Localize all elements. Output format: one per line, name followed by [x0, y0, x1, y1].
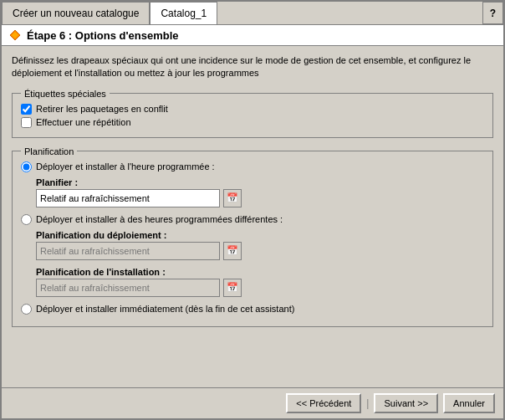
prev-button[interactable]: << Précédent [286, 393, 361, 413]
next-label: Suivant >> [384, 398, 428, 408]
radio-immediate[interactable] [21, 304, 32, 315]
radio2-label: Déployer et installer à des heures progr… [36, 214, 283, 224]
step-header: Étape 6 : Options d'ensemble [2, 25, 503, 46]
radio3-label: Déployer et installer immédiatement (dès… [36, 304, 294, 314]
cancel-label: Annuler [453, 398, 485, 408]
radio-different-times[interactable] [21, 214, 32, 225]
calendar-icon: 📅 [227, 192, 238, 203]
install-input[interactable] [36, 279, 220, 297]
checkbox-remove-conflicting-label: Retirer les paquetages en conflit [36, 104, 168, 114]
scheduler-label: Planifier : [36, 177, 484, 187]
planning-fieldset: Planification Déployer et installer à l'… [12, 146, 493, 327]
footer: << Précédent | Suivant >> Annuler [2, 387, 503, 418]
scheduler-calendar-button[interactable]: 📅 [223, 189, 242, 207]
checkbox-repeat-row: Effectuer une répétition [21, 117, 484, 128]
radio3-row: Déployer et installer immédiatement (dès… [21, 304, 484, 315]
deploy-section: Planification du déploiement : 📅 [36, 230, 484, 260]
next-button[interactable]: Suivant >> [374, 393, 438, 413]
description-text: Définissez les drapeaux spéciaux qui ont… [12, 54, 493, 80]
deploy-input-row: 📅 [36, 242, 484, 260]
checkbox-remove-conflicting-row: Retirer les paquetages en conflit [21, 104, 484, 115]
cancel-button[interactable]: Annuler [443, 393, 495, 413]
calendar-icon-3: 📅 [227, 282, 238, 293]
tab-catalog1[interactable]: Catalog_1 [150, 2, 217, 24]
checkbox-repeat-label: Effectuer une répétition [36, 117, 131, 127]
scheduler-input[interactable] [36, 189, 220, 207]
radio-scheduled-time[interactable] [21, 161, 32, 172]
step-icon [8, 28, 22, 42]
radio1-label: Déployer et installer à l'heure programm… [36, 161, 215, 172]
special-labels-fieldset: Étiquettes spéciales Retirer les paqueta… [12, 89, 493, 138]
checkbox-remove-conflicting[interactable] [21, 104, 32, 115]
step-title: Étape 6 : Options d'ensemble [27, 29, 179, 42]
scheduler-input-row: 📅 [36, 189, 484, 207]
checkbox-repeat[interactable] [21, 117, 32, 128]
deploy-input[interactable] [36, 242, 220, 260]
footer-separator: | [366, 397, 369, 409]
help-label: ? [490, 8, 496, 19]
help-button[interactable]: ? [482, 2, 503, 24]
scheduler-section: Planifier : 📅 [36, 177, 484, 207]
radio2-row: Déployer et installer à des heures progr… [21, 214, 484, 225]
tab-new-catalog-label: Créer un nouveau catalogue [13, 8, 139, 19]
install-section: Planification de l'installation : 📅 [36, 267, 484, 297]
install-calendar-button[interactable]: 📅 [223, 279, 242, 297]
title-bar: Créer un nouveau catalogue Catalog_1 ? [2, 2, 503, 25]
install-label: Planification de l'installation : [36, 267, 484, 277]
calendar-icon-2: 📅 [227, 245, 238, 256]
deploy-label: Planification du déploiement : [36, 230, 484, 240]
prev-label: << Précédent [296, 398, 351, 408]
content-area: Définissez les drapeaux spéciaux qui ont… [2, 46, 503, 387]
radio1-row: Déployer et installer à l'heure programm… [21, 161, 484, 172]
planning-legend: Planification [21, 146, 77, 156]
install-input-row: 📅 [36, 279, 484, 297]
tab-new-catalog[interactable]: Créer un nouveau catalogue [2, 2, 150, 24]
deploy-calendar-button[interactable]: 📅 [223, 242, 242, 260]
tab-catalog1-label: Catalog_1 [161, 8, 207, 19]
special-labels-legend: Étiquettes spéciales [21, 89, 110, 99]
main-window: Créer un nouveau catalogue Catalog_1 ? É… [0, 0, 505, 420]
